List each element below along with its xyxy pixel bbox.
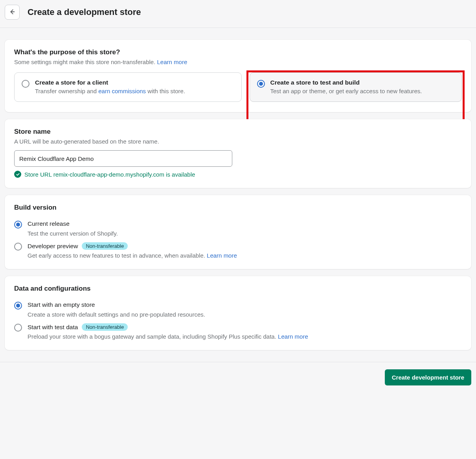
back-button[interactable]	[5, 5, 20, 20]
current-release-label: Current release	[28, 220, 70, 227]
option-label: Developer preview Non-transferable	[28, 242, 128, 250]
page-header: Create a development store	[0, 0, 476, 28]
build-version-option-preview[interactable]: Developer preview Non-transferable	[14, 242, 462, 251]
option-body: Create a store for a client Transfer own…	[35, 79, 185, 94]
test-data-desc: Preload your store with a bogus gateway …	[28, 333, 462, 340]
purpose-heading: What's the purpose of this store?	[14, 48, 462, 56]
test-data-label: Start with test data	[28, 324, 78, 331]
data-config-heading: Data and configurations	[14, 285, 462, 293]
create-development-store-button[interactable]: Create development store	[385, 369, 471, 385]
store-name-input[interactable]	[14, 150, 232, 167]
radio-icon	[257, 80, 265, 88]
developer-preview-label: Developer preview	[28, 243, 78, 250]
page-footer: Create development store	[0, 362, 476, 397]
check-circle-icon	[14, 171, 21, 178]
data-config-option-test-data[interactable]: Start with test data Non-transferable	[14, 323, 462, 332]
data-config-card: Data and configurations Start with an em…	[5, 276, 471, 350]
build-version-option-current[interactable]: Current release	[14, 220, 462, 229]
test-data-desc-text: Preload your store with a bogus gateway …	[28, 333, 278, 340]
build-version-learn-more-link[interactable]: Learn more	[207, 252, 237, 259]
option-label: Start with test data Non-transferable	[28, 323, 128, 331]
data-config-option-empty[interactable]: Start with an empty store	[14, 301, 462, 310]
non-transferable-badge: Non-transferable	[82, 323, 128, 331]
empty-store-desc: Create a store with default settings and…	[28, 311, 462, 318]
store-name-subtext: A URL will be auto-generated based on th…	[14, 138, 462, 145]
current-release-desc: Test the current version of Shopify.	[28, 230, 462, 237]
radio-icon	[14, 221, 22, 229]
option-test-desc: Test an app or theme, or get early acces…	[270, 88, 422, 94]
option-client-desc-prefix: Transfer ownership and	[35, 88, 98, 94]
option-label: Current release	[28, 220, 70, 227]
purpose-subtext: Some settings might make this store non-…	[14, 59, 462, 65]
build-version-heading: Build version	[14, 204, 462, 212]
store-name-heading: Store name	[14, 128, 462, 136]
option-client-desc-suffix: with this store.	[146, 88, 185, 94]
option-test-title: Create a store to test and build	[270, 79, 422, 86]
radio-icon	[22, 80, 29, 88]
purpose-card: What's the purpose of this store? Some s…	[5, 40, 471, 112]
purpose-option-test[interactable]: Create a store to test and build Test an…	[250, 72, 462, 102]
option-body: Create a store to test and build Test an…	[270, 79, 422, 94]
page-title: Create a development store	[28, 7, 141, 17]
non-transferable-badge: Non-transferable	[82, 242, 128, 250]
earn-commissions-link[interactable]: earn commissions	[98, 88, 146, 94]
radio-icon	[14, 324, 22, 332]
data-config-learn-more-link[interactable]: Learn more	[278, 333, 308, 340]
purpose-subtext-text: Some settings might make this store non-…	[14, 59, 157, 65]
store-url-availability-text: Store URL remix-cloudflare-app-demo.mysh…	[24, 171, 195, 178]
empty-store-label: Start with an empty store	[28, 301, 95, 308]
purpose-option-client[interactable]: Create a store for a client Transfer own…	[14, 72, 242, 102]
radio-icon	[14, 243, 22, 251]
purpose-learn-more-link[interactable]: Learn more	[157, 59, 187, 65]
developer-preview-desc-text: Get early access to new features to test…	[28, 252, 207, 259]
option-client-title: Create a store for a client	[35, 79, 185, 86]
build-version-card: Build version Current release Test the c…	[5, 195, 471, 269]
option-client-desc: Transfer ownership and earn commissions …	[35, 88, 185, 94]
arrow-left-icon	[9, 8, 16, 17]
radio-icon	[14, 302, 22, 310]
store-name-card: Store name A URL will be auto-generated …	[5, 119, 471, 188]
store-url-availability: Store URL remix-cloudflare-app-demo.mysh…	[14, 171, 462, 178]
developer-preview-desc: Get early access to new features to test…	[28, 252, 462, 259]
option-label: Start with an empty store	[28, 301, 95, 308]
